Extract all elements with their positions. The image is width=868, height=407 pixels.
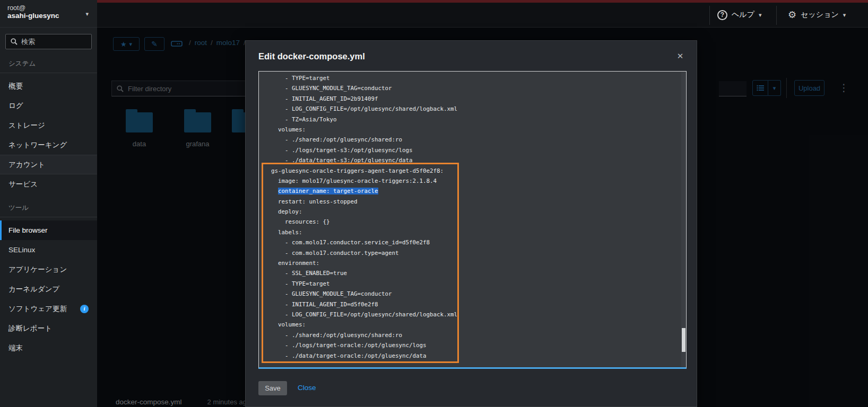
code-line: gs-gluesync-oracle-triggers-agent-target… (264, 166, 682, 176)
selected-text: container_name: target-oracle (278, 188, 378, 194)
code-line: - com.molo17.conductor.service_id=d5f0e2… (264, 237, 682, 247)
session-menu-label: セッション (801, 10, 839, 20)
sidebar-item-kernel-dumps[interactable]: カーネルダンプ (0, 279, 97, 299)
sidebar-item-label: 診断レポート (8, 324, 52, 333)
close-button[interactable]: Close (298, 384, 316, 392)
code-line: - SSL_ENABLED=true (264, 268, 682, 278)
close-icon[interactable]: ✕ (674, 50, 686, 62)
sidebar-item-label: File browser (8, 226, 48, 234)
code-line: container_name: target-oracle (264, 186, 682, 196)
sidebar-item-label: ネットワーキング (8, 140, 67, 150)
code-line: - ./logs/target-s3:/opt/gluesync/logs (264, 145, 682, 155)
code-line: - GLUESYNC_MODULE_TAG=conductor (264, 289, 682, 299)
save-button[interactable]: Save (258, 381, 287, 395)
sidebar-item-software-updates[interactable]: ソフトウェア更新i (0, 299, 97, 318)
sidebar-item-label: サービス (8, 180, 38, 189)
editor-textarea[interactable]: - TYPE=target - GLUESYNC_MODULE_TAG=cond… (258, 71, 687, 369)
code-line: - ./logs/target-oracle:/opt/gluesync/log… (264, 340, 682, 350)
sidebar-item-selinux[interactable]: SELinux (0, 240, 97, 260)
sidebar-search-input[interactable]: 検索 (5, 34, 92, 49)
sidebar-item-diagnostic-reports[interactable]: 診断レポート (0, 318, 97, 338)
sidebar-item-label: カーネルダンプ (8, 285, 59, 294)
sidebar-item-label: 概要 (8, 82, 23, 91)
session-menu[interactable]: ⚙ セッション ▾ (788, 3, 846, 27)
sidebar-item-terminal[interactable]: 端末 (0, 338, 97, 358)
search-icon (11, 38, 18, 45)
code-line: image: molo17/gluesync-oracle-triggers:2… (264, 176, 682, 186)
code-line: - TZ=Asia/Tokyo (264, 114, 682, 125)
sidebar-item-applications[interactable]: アプリケーション (0, 260, 97, 279)
host-name: asahi-gluesync (7, 12, 90, 20)
sidebar-item-storage[interactable]: ストレージ (0, 116, 97, 135)
code-line: - LOG_CONFIG_FILE=/opt/gluesync/shared/l… (264, 309, 682, 320)
code-line: environment: (264, 258, 682, 268)
sidebar-item-label: ソフトウェア更新 (8, 304, 67, 314)
editor-scrollbar-thumb[interactable] (682, 328, 685, 352)
code-line: volumes: (264, 125, 682, 135)
masthead: ? ヘルプ ▾ ⚙ セッション ▾ (97, 0, 868, 28)
user-menu[interactable]: root@ asahi-gluesync ▾ (0, 0, 97, 28)
help-menu-label: ヘルプ (732, 10, 754, 20)
masthead-divider (776, 6, 777, 25)
code-line: - ./shared:/opt/gluesync/shared:ro (264, 135, 682, 145)
code-line: - com.molo17.conductor.type=agent (264, 248, 682, 258)
code-line: volumes: (264, 320, 682, 330)
sidebar-item-label: SELinux (8, 246, 35, 254)
sidebar-item-label: アプリケーション (8, 265, 67, 275)
sidebar-search-placeholder: 検索 (21, 37, 35, 47)
sidebar-item-label: アカウント (8, 160, 45, 170)
chevron-down-icon: ▾ (85, 11, 89, 17)
code-line: - ./data/target-oracle:/opt/gluesync/dat… (264, 351, 682, 361)
sidebar: root@ asahi-gluesync ▾ 検索 システム概要ログストレージネ… (0, 0, 97, 407)
sidebar-item-networking[interactable]: ネットワーキング (0, 135, 97, 155)
editor-content: - TYPE=target - GLUESYNC_MODULE_TAG=cond… (259, 72, 686, 361)
sidebar-item-label: ログ (8, 101, 23, 111)
sidebar-item-overview[interactable]: 概要 (0, 76, 97, 96)
code-line: - ./data/target-s3:/opt/gluesync/data (264, 155, 682, 165)
code-line: deploy: (264, 207, 682, 217)
sidebar-item-logs[interactable]: ログ (0, 96, 97, 116)
code-line: - TYPE=target (264, 279, 682, 289)
sidebar-item-label: 端末 (8, 343, 23, 353)
chevron-down-icon: ▾ (759, 12, 762, 19)
sidebar-item-label: ストレージ (8, 121, 45, 130)
code-line: restart: unless-stopped (264, 197, 682, 207)
nav-divider (0, 73, 97, 73)
code-line: resources: {} (264, 217, 682, 227)
editor-scrollbar-track[interactable] (681, 72, 685, 367)
masthead-divider (709, 6, 710, 25)
chevron-down-icon: ▾ (843, 12, 846, 19)
help-question-icon: ? (717, 10, 727, 20)
nav-section-label: システム (0, 50, 97, 73)
sidebar-item-services[interactable]: サービス (0, 174, 97, 194)
sidebar-item-file-browser[interactable]: File browser (0, 220, 97, 240)
modal-title: Edit docker-compose.yml (258, 51, 365, 61)
help-menu[interactable]: ? ヘルプ ▾ (717, 3, 762, 27)
info-badge-icon: i (80, 305, 89, 313)
code-line: - INITIAL_AGENT_ID=2b91409f (264, 94, 682, 104)
code-line: - ./shared:/opt/gluesync/shared:ro (264, 330, 682, 340)
code-line: - GLUESYNC_MODULE_TAG=conductor (264, 83, 682, 93)
code-line: - INITIAL_AGENT_ID=d5f0e2f8 (264, 299, 682, 309)
code-line: labels: (264, 227, 682, 237)
edit-file-modal: Edit docker-compose.yml ✕ - TYPE=target … (245, 40, 697, 407)
nav-section-label: ツール (0, 194, 97, 217)
code-line: - TYPE=target (264, 73, 682, 83)
sidebar-item-accounts[interactable]: アカウント (0, 155, 97, 174)
user-name: root@ (7, 4, 90, 12)
gear-icon: ⚙ (788, 10, 796, 20)
code-line: - LOG_CONFIG_FILE=/opt/gluesync/shared/l… (264, 104, 682, 114)
nav-divider (0, 217, 97, 217)
sidebar-nav: システム概要ログストレージネットワーキングアカウントサービスツールFile br… (0, 50, 97, 358)
